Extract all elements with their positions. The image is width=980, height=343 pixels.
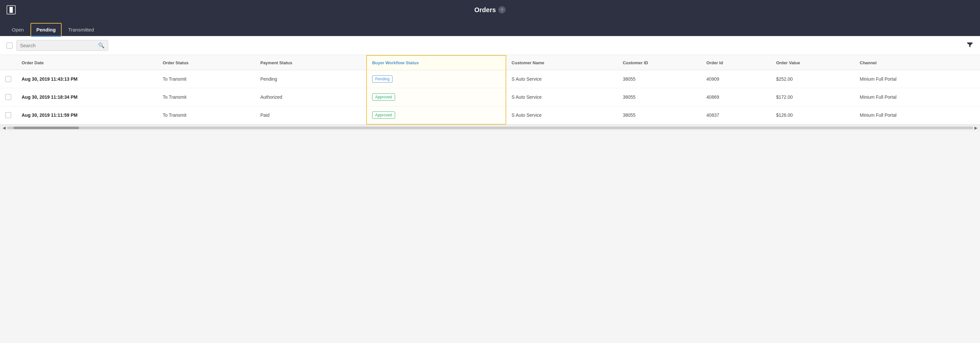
th-channel[interactable]: Channel bbox=[854, 56, 980, 70]
master-checkbox[interactable] bbox=[6, 43, 13, 48]
row-checkbox[interactable] bbox=[5, 112, 11, 118]
sidebar-toggle-icon bbox=[10, 7, 13, 13]
order-date-value: Aug 30, 2019 11:11:59 PM bbox=[22, 112, 77, 118]
buyer-workflow-status-badge: Approved bbox=[372, 93, 395, 101]
order-date-value: Aug 30, 2019 11:18:34 PM bbox=[22, 94, 77, 100]
order-value-cell: $126.00 bbox=[771, 106, 854, 124]
order-id-value: 40837 bbox=[706, 112, 719, 118]
th-order-value[interactable]: Order Value bbox=[771, 56, 854, 70]
table-row: Aug 30, 2019 11:11:59 PM To Transmit Pai… bbox=[0, 106, 980, 124]
channel-cell: Minium Full Portal bbox=[854, 88, 980, 106]
customer-id-value: 38055 bbox=[623, 112, 635, 118]
buyer-workflow-status-cell: Pending bbox=[367, 70, 506, 88]
th-customer-id[interactable]: Customer ID bbox=[617, 56, 701, 70]
row-checkbox-cell bbox=[0, 70, 16, 88]
order-date-cell: Aug 30, 2019 11:11:59 PM bbox=[16, 106, 158, 124]
th-buyer-workflow-status[interactable]: Buyer Workflow Status bbox=[367, 56, 506, 70]
scroll-right-arrow[interactable]: ▶ bbox=[973, 126, 979, 130]
help-icon[interactable]: ? bbox=[498, 6, 506, 13]
row-checkbox-cell bbox=[0, 106, 16, 124]
buyer-workflow-status-badge: Approved bbox=[372, 112, 395, 119]
order-date-cell: Aug 30, 2019 11:43:13 PM bbox=[16, 70, 158, 88]
order-id-value: 40909 bbox=[706, 77, 719, 81]
header-title-area: Orders ? bbox=[474, 6, 506, 14]
customer-name-cell: S Auto Service bbox=[506, 70, 617, 88]
customer-id-cell: 38055 bbox=[617, 106, 701, 124]
horizontal-scrollbar[interactable]: ◀ ▶ bbox=[0, 124, 980, 131]
order-status-value: To Transmit bbox=[162, 112, 186, 118]
customer-name-cell: S Auto Service bbox=[506, 88, 617, 106]
channel-cell: Minium Full Portal bbox=[854, 106, 980, 124]
filter-icon[interactable] bbox=[966, 41, 974, 50]
search-box: 🔍 bbox=[16, 40, 108, 51]
order-value-cell: $252.00 bbox=[771, 70, 854, 88]
customer-id-cell: 38055 bbox=[617, 70, 701, 88]
order-value-value: $172.00 bbox=[776, 94, 793, 100]
order-status-cell: To Transmit bbox=[158, 106, 255, 124]
tab-pending[interactable]: Pending bbox=[30, 23, 62, 36]
payment-status-cell: Pending bbox=[255, 70, 367, 88]
order-status-cell: To Transmit bbox=[158, 88, 255, 106]
customer-id-value: 38055 bbox=[623, 77, 635, 81]
buyer-workflow-status-badge: Pending bbox=[372, 75, 393, 83]
th-order-id[interactable]: Order Id bbox=[701, 56, 771, 70]
order-id-cell: 40837 bbox=[701, 106, 771, 124]
th-order-status[interactable]: Order Status bbox=[158, 56, 255, 70]
order-id-value: 40869 bbox=[706, 94, 719, 100]
table-header-row: Order Date Order Status Payment Status B… bbox=[0, 56, 980, 70]
payment-status-value: Pending bbox=[260, 77, 277, 81]
order-value-value: $126.00 bbox=[776, 112, 793, 118]
payment-status-value: Authorized bbox=[260, 94, 282, 100]
th-customer-name[interactable]: Customer Name bbox=[506, 56, 617, 70]
order-status-value: To Transmit bbox=[162, 94, 186, 100]
orders-table-container: Order Date Order Status Payment Status B… bbox=[0, 55, 980, 124]
search-icon: 🔍 bbox=[98, 42, 105, 48]
order-value-value: $252.00 bbox=[776, 77, 793, 81]
orders-table: Order Date Order Status Payment Status B… bbox=[0, 55, 980, 124]
buyer-workflow-status-cell: Approved bbox=[367, 106, 506, 124]
row-checkbox[interactable] bbox=[5, 94, 11, 100]
row-checkbox-cell bbox=[0, 88, 16, 106]
channel-value: Minium Full Portal bbox=[860, 94, 896, 100]
order-value-cell: $172.00 bbox=[771, 88, 854, 106]
scroll-track[interactable] bbox=[7, 126, 973, 129]
order-date-value: Aug 30, 2019 11:43:13 PM bbox=[22, 77, 77, 81]
channel-value: Minium Full Portal bbox=[860, 112, 896, 118]
payment-status-cell: Paid bbox=[255, 106, 367, 124]
payment-status-cell: Authorized bbox=[255, 88, 367, 106]
channel-cell: Minium Full Portal bbox=[854, 70, 980, 88]
tab-bar: Open Pending Transmitted bbox=[0, 20, 980, 36]
order-id-cell: 40909 bbox=[701, 70, 771, 88]
customer-name-value: S Auto Service bbox=[511, 77, 542, 81]
order-status-value: To Transmit bbox=[162, 77, 186, 81]
row-checkbox[interactable] bbox=[5, 76, 11, 82]
table-row: Aug 30, 2019 11:43:13 PM To Transmit Pen… bbox=[0, 70, 980, 88]
page-title: Orders bbox=[474, 6, 496, 14]
order-date-cell: Aug 30, 2019 11:18:34 PM bbox=[16, 88, 158, 106]
tab-transmitted[interactable]: Transmitted bbox=[63, 24, 99, 36]
customer-name-value: S Auto Service bbox=[511, 112, 542, 118]
customer-id-value: 38055 bbox=[623, 94, 635, 100]
customer-name-value: S Auto Service bbox=[511, 94, 542, 100]
scroll-thumb[interactable] bbox=[13, 126, 79, 129]
th-payment-status[interactable]: Payment Status bbox=[255, 56, 367, 70]
th-checkbox bbox=[0, 56, 16, 70]
customer-id-cell: 38055 bbox=[617, 88, 701, 106]
th-order-date[interactable]: Order Date bbox=[16, 56, 158, 70]
buyer-workflow-status-cell: Approved bbox=[367, 88, 506, 106]
payment-status-value: Paid bbox=[260, 112, 269, 118]
search-input[interactable] bbox=[20, 43, 95, 48]
customer-name-cell: S Auto Service bbox=[506, 106, 617, 124]
channel-value: Minium Full Portal bbox=[860, 77, 896, 81]
order-id-cell: 40869 bbox=[701, 88, 771, 106]
toolbar: 🔍 bbox=[0, 36, 980, 55]
top-header: Orders ? bbox=[0, 0, 980, 20]
scroll-left-arrow[interactable]: ◀ bbox=[1, 126, 7, 130]
order-status-cell: To Transmit bbox=[158, 70, 255, 88]
tab-open[interactable]: Open bbox=[6, 24, 29, 36]
table-row: Aug 30, 2019 11:18:34 PM To Transmit Aut… bbox=[0, 88, 980, 106]
sidebar-toggle-button[interactable] bbox=[6, 5, 16, 14]
